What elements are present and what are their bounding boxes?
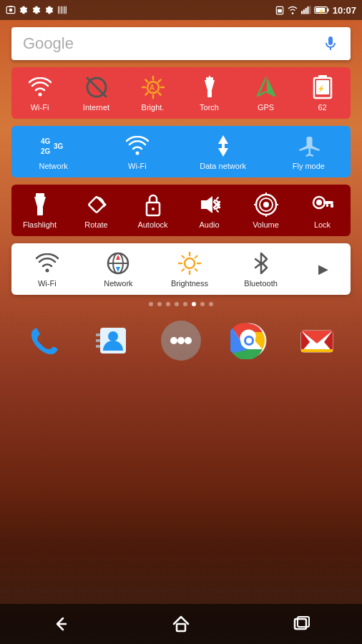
gmail-icon (297, 321, 337, 361)
svg-rect-52 (222, 142, 225, 148)
status-time: 10:07 (333, 5, 356, 16)
svg-point-84 (185, 258, 195, 268)
dot-5[interactable] (183, 302, 187, 306)
widget-bright[interactable]: A Bright. (132, 74, 175, 112)
white-widget[interactable]: Wi-Fi Network (11, 243, 351, 295)
svg-rect-7 (64, 6, 64, 14)
search-bar[interactable]: Google (11, 27, 351, 60)
svg-rect-77 (326, 204, 328, 207)
svg-rect-76 (331, 204, 333, 208)
mic-icon[interactable] (322, 35, 339, 52)
fly-mode-icon (295, 133, 321, 159)
widget-network[interactable]: 4G 2G 3G Network (32, 133, 75, 170)
widget-network-white[interactable]: Network (97, 250, 140, 288)
app-contacts[interactable] (93, 321, 133, 361)
battery-icon: ⚡ (314, 6, 330, 14)
svg-rect-53 (37, 207, 43, 215)
brightness-white-icon (177, 250, 202, 276)
svg-point-20 (38, 93, 41, 97)
fly-mode-label: Fly mode (293, 162, 325, 170)
audio-icon (197, 192, 222, 218)
blue-widget[interactable]: 4G 2G 3G Network Wi-Fi (11, 126, 351, 177)
widget-wifi-blue[interactable]: Wi-Fi (116, 133, 159, 170)
svg-rect-14 (307, 6, 308, 14)
svg-point-47 (135, 152, 139, 155)
search-placeholder: Google (23, 34, 74, 53)
bright-label: Bright. (142, 103, 165, 112)
dot-3[interactable] (166, 302, 170, 306)
dot-7[interactable] (200, 302, 205, 306)
battery-label: 62 (318, 103, 326, 112)
launcher-icon (161, 321, 201, 361)
home-button[interactable] (164, 607, 198, 641)
svg-marker-34 (205, 80, 215, 90)
widget-lock[interactable]: Lock (301, 192, 344, 229)
dot-4[interactable] (175, 302, 179, 306)
svg-rect-55 (36, 193, 44, 197)
widget-wifi[interactable]: Wi-Fi (19, 74, 62, 112)
dot-1[interactable] (149, 302, 153, 306)
chrome-icon (229, 321, 269, 361)
widget-bluetooth-white[interactable]: Bluetooth (240, 250, 283, 288)
dot-8[interactable] (209, 302, 213, 306)
arrow-label: ▶ (318, 261, 328, 277)
svg-line-31 (145, 93, 147, 95)
svg-text:2G: 2G (41, 147, 51, 155)
widget-rotate[interactable]: Rotate (75, 192, 118, 229)
svg-line-30 (158, 80, 160, 82)
back-button[interactable] (43, 607, 77, 641)
app-phone[interactable] (25, 321, 65, 361)
svg-marker-51 (218, 148, 228, 157)
wifi-icon (27, 74, 53, 100)
svg-marker-60 (201, 196, 212, 213)
app-gmail[interactable] (297, 321, 337, 361)
app-launcher[interactable] (161, 321, 201, 361)
widget-volume[interactable]: Volume (245, 192, 288, 229)
red-widget[interactable]: Wi-Fi Internet (11, 67, 351, 119)
svg-point-102 (185, 337, 192, 344)
svg-line-29 (158, 93, 160, 95)
app-chrome[interactable] (229, 321, 269, 361)
recents-button[interactable] (285, 607, 319, 641)
widget-wifi-white[interactable]: Wi-Fi (26, 250, 69, 288)
status-bar-right: ⚡ 10:07 (275, 5, 356, 16)
widget-flashlight[interactable]: Flashlight (19, 192, 62, 229)
app-dock (0, 313, 362, 368)
svg-text:⚡: ⚡ (318, 8, 325, 14)
gear-icon-2 (31, 5, 41, 15)
widget-audio[interactable]: Audio (188, 192, 231, 229)
svg-rect-33 (207, 90, 212, 97)
widget-battery[interactable]: ⚡ 62 (301, 74, 344, 112)
brightness-icon: A (140, 74, 166, 100)
widget-internet[interactable]: Internet (75, 74, 118, 112)
internet-label: Internet (83, 103, 109, 112)
wifi-white-icon (34, 250, 60, 276)
dot-6-active[interactable] (192, 302, 196, 306)
darkred-widget[interactable]: Flashlight Rotate Autolock (11, 185, 351, 236)
battery-widget-icon: ⚡ (310, 74, 336, 100)
svg-text:3G: 3G (54, 142, 64, 150)
svg-line-91 (195, 256, 197, 258)
dot-2[interactable] (157, 302, 162, 306)
widget-autolock[interactable]: Autolock (132, 192, 175, 229)
svg-point-78 (45, 269, 49, 273)
svg-rect-3 (58, 6, 59, 14)
more-arrow-icon: ▶ (310, 256, 336, 282)
phone-icon (25, 321, 65, 361)
svg-text:A: A (150, 84, 155, 92)
svg-rect-111 (301, 349, 333, 352)
widget-fly-mode[interactable]: Fly mode (287, 133, 330, 170)
widget-torch[interactable]: Torch (188, 74, 231, 112)
widget-brightness-white[interactable]: Brightness (168, 250, 211, 288)
svg-rect-2 (9, 6, 13, 7)
widget-data-network[interactable]: Data network (200, 133, 246, 170)
svg-rect-11 (301, 11, 303, 14)
svg-marker-82 (116, 255, 120, 260)
svg-rect-35 (206, 77, 213, 81)
page-dots (0, 302, 362, 306)
svg-rect-13 (305, 8, 306, 14)
widget-gps[interactable]: GPS (245, 74, 288, 112)
svg-line-63 (217, 210, 218, 212)
widget-more-arrow[interactable]: ▶ (310, 256, 336, 282)
torch-label: Torch (200, 103, 219, 112)
